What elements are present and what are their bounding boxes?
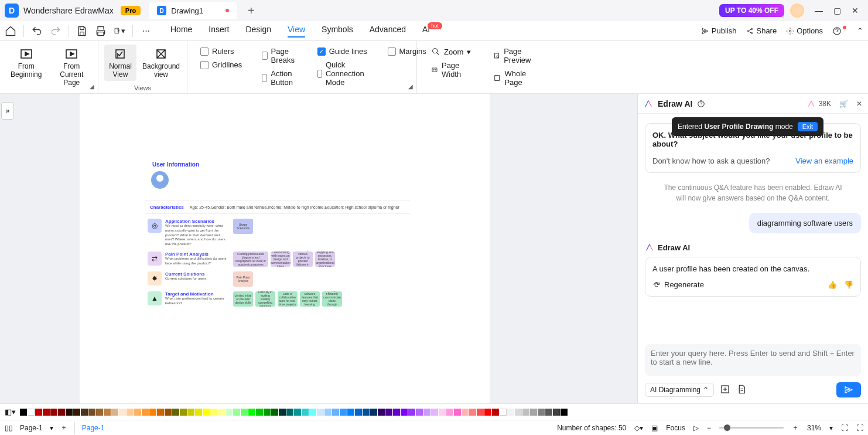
menu-symbols[interactable]: Symbols <box>322 25 353 38</box>
background-view-button[interactable]: Background view <box>141 45 181 81</box>
color-swatch[interactable] <box>545 409 552 416</box>
color-swatch[interactable] <box>347 409 354 416</box>
color-swatch[interactable] <box>127 409 134 416</box>
document-icon[interactable] <box>736 384 747 396</box>
card[interactable]: Usage Scenarios <box>233 219 253 234</box>
card[interactable]: Difficulty in scaling visually compellin… <box>255 291 275 307</box>
color-swatch[interactable] <box>317 409 324 416</box>
expand-panel-button[interactable]: » <box>1 102 14 120</box>
present-icon[interactable]: ▷ <box>693 424 699 432</box>
ai-query-input[interactable] <box>645 344 861 376</box>
zoom-button[interactable]: Zoom▾ <box>431 47 471 56</box>
color-swatch[interactable] <box>522 409 529 416</box>
close-icon[interactable]: ✕ <box>852 6 859 15</box>
display-launcher-icon[interactable]: ◢ <box>408 83 413 90</box>
color-swatch[interactable] <box>324 409 332 416</box>
color-swatch[interactable] <box>225 409 233 416</box>
color-swatch[interactable] <box>172 409 179 416</box>
export-icon[interactable]: ▾ <box>114 25 125 37</box>
color-swatch[interactable] <box>187 409 194 416</box>
color-swatch[interactable] <box>279 409 286 416</box>
regenerate-button[interactable]: Regenerate <box>652 280 704 289</box>
fullscreen-icon[interactable]: ⛶ <box>856 424 863 432</box>
cart-icon[interactable]: 🛒 <box>839 100 848 108</box>
color-swatch[interactable] <box>484 409 491 416</box>
color-swatch[interactable] <box>20 409 27 416</box>
color-swatch[interactable] <box>454 409 461 416</box>
workspace[interactable]: » User Information Characteristics Age: … <box>0 94 637 403</box>
user-avatar[interactable] <box>790 4 804 18</box>
color-swatch[interactable] <box>134 409 141 416</box>
color-swatch[interactable] <box>446 409 453 416</box>
color-swatch[interactable] <box>538 409 545 416</box>
whole-page-button[interactable]: Whole Page <box>493 69 539 87</box>
color-swatch[interactable] <box>149 409 156 416</box>
menu-design[interactable]: Design <box>245 25 271 38</box>
ai-chat-body[interactable]: Entered User Profile Drawing mode Exit O… <box>638 114 868 338</box>
color-swatch[interactable] <box>195 409 202 416</box>
focus-label[interactable]: Focus <box>666 424 685 432</box>
color-swatch[interactable] <box>96 409 103 416</box>
color-swatch[interactable] <box>218 409 225 416</box>
card[interactable]: Collaborating with teams on design and c… <box>271 252 291 267</box>
color-swatch[interactable] <box>340 409 347 416</box>
card[interactable]: Creation of software features that may r… <box>300 291 320 307</box>
zoom-slider[interactable] <box>719 427 784 429</box>
color-swatch[interactable] <box>264 409 271 416</box>
redo-icon[interactable] <box>50 25 61 37</box>
color-swatch[interactable] <box>43 409 50 416</box>
color-swatch[interactable] <box>157 409 164 416</box>
send-button[interactable] <box>836 382 861 397</box>
color-swatch[interactable] <box>332 409 339 416</box>
card[interactable]: Limited initial or pre-plan design skill… <box>233 291 253 307</box>
presentation-launcher-icon[interactable]: ◢ <box>90 83 94 90</box>
card[interactable]: Pain Point Analysis <box>233 271 253 287</box>
color-swatch[interactable] <box>88 409 95 416</box>
color-swatch[interactable] <box>469 409 476 416</box>
insert-icon[interactable] <box>720 384 730 396</box>
layers-icon[interactable]: ◇▾ <box>634 424 643 432</box>
color-swatch[interactable] <box>500 409 507 416</box>
color-swatch[interactable] <box>439 409 446 416</box>
color-swatch[interactable] <box>385 409 392 416</box>
color-swatch[interactable] <box>73 409 80 416</box>
add-tab-button[interactable]: + <box>248 4 255 18</box>
card[interactable]: Mapping and processes, timeline, or orga… <box>315 252 335 267</box>
color-swatch[interactable] <box>81 409 88 416</box>
color-swatch[interactable] <box>363 409 370 416</box>
exit-mode-button[interactable]: Exit <box>798 122 818 131</box>
color-swatch[interactable] <box>66 409 73 416</box>
print-icon[interactable] <box>95 25 107 37</box>
color-swatch[interactable] <box>50 409 57 416</box>
promo-banner[interactable]: UP TO 40% OFF <box>719 4 784 17</box>
actionbutton-checkbox[interactable]: Action Button <box>262 69 297 87</box>
card[interactable]: Blooking various projects to prevent fai… <box>293 252 313 267</box>
focus-icon[interactable]: ▣ <box>651 424 658 432</box>
rulers-checkbox[interactable]: Rulers <box>200 47 242 56</box>
minimize-icon[interactable]: — <box>815 6 823 15</box>
more-icon[interactable]: ⋯ <box>140 25 152 37</box>
thumbs-up-icon[interactable]: 👍 <box>828 280 837 289</box>
fit-page-icon[interactable]: ⛶ <box>841 424 848 432</box>
pagebreaks-checkbox[interactable]: Page Breaks <box>262 47 297 64</box>
card[interactable]: Inability to efficiently communicate ide… <box>322 291 342 307</box>
save-icon[interactable] <box>76 25 88 37</box>
zoom-out-button[interactable]: − <box>707 424 711 432</box>
options-button[interactable]: Options <box>786 26 823 35</box>
color-swatch[interactable] <box>431 409 438 416</box>
color-swatch[interactable] <box>408 409 415 416</box>
menu-advanced[interactable]: Advanced <box>370 25 406 38</box>
color-swatch[interactable] <box>28 409 35 416</box>
gridlines-checkbox[interactable]: Gridlines <box>200 60 242 69</box>
collapse-ribbon-icon[interactable]: ⌃ <box>857 26 863 35</box>
color-swatch[interactable] <box>233 409 240 416</box>
color-swatch[interactable] <box>462 409 469 416</box>
color-swatch[interactable] <box>165 409 172 416</box>
page-list-icon[interactable]: ▯▯ <box>5 424 13 432</box>
color-swatch[interactable] <box>378 409 385 416</box>
color-swatch[interactable] <box>492 409 499 416</box>
add-page-button[interactable]: ＋ <box>60 423 67 433</box>
color-swatch[interactable] <box>142 409 149 416</box>
page-name[interactable]: Page-1 <box>20 424 43 432</box>
palette-menu-icon[interactable]: ◧▾ <box>5 407 16 416</box>
